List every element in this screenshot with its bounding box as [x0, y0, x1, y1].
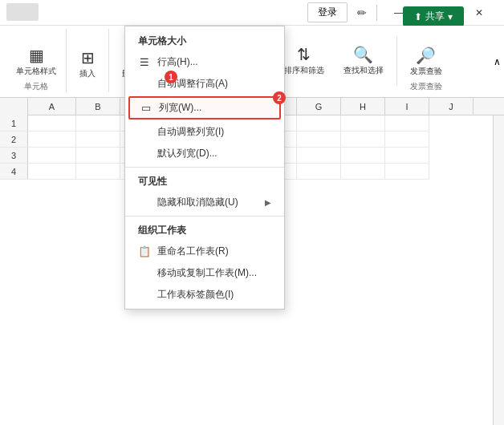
rename-sheet-icon: 📋 — [138, 245, 151, 258]
col-header-a[interactable]: A — [28, 98, 76, 115]
pen-icon-button[interactable]: ✏ — [351, 2, 373, 24]
sort-icon: ⇅ — [297, 45, 311, 64]
find-select-button[interactable]: 🔍 查找和选择 — [339, 42, 388, 79]
default-col-width-label: 默认列宽(D)... — [157, 147, 217, 160]
badge-1: 1 — [165, 71, 177, 83]
cell-i4[interactable] — [385, 164, 429, 180]
visibility-section-title: 可见性 — [125, 170, 284, 192]
submenu-arrow: ▶ — [265, 198, 271, 207]
auto-col-width-icon — [138, 126, 151, 139]
row-num-4: 4 — [0, 164, 28, 180]
auto-col-width-menu-item[interactable]: 自动调整列宽(I) — [125, 121, 284, 143]
insert-button[interactable]: ⊞ 插入 — [71, 46, 104, 82]
ribbon-collapse-btn[interactable]: ∧ — [494, 56, 501, 67]
share-label: 共享 — [425, 10, 445, 23]
col-header-i[interactable]: I — [385, 98, 429, 115]
tab-color-icon — [138, 289, 151, 302]
share-area: ⬆ 共享 ▾ — [403, 6, 464, 26]
col-width-label: 列宽(W)... — [159, 101, 201, 115]
invoice-group-label: 发票查验 — [410, 81, 442, 92]
cell-size-section-title: 单元格大小 — [125, 30, 284, 51]
hide-unhide-menu-item[interactable]: 隐藏和取消隐藏(U) ▶ — [125, 192, 284, 213]
hide-unhide-label: 隐藏和取消隐藏(U) — [157, 196, 238, 209]
cell-g4[interactable] — [297, 164, 341, 180]
col-header-h[interactable]: H — [341, 98, 385, 115]
cell-a2[interactable] — [28, 132, 76, 148]
invoice-icon: 🔎 — [416, 46, 436, 65]
badge-2: 2 — [273, 91, 286, 104]
row-height-label: 行高(H)... — [157, 55, 198, 69]
cell-g1[interactable] — [297, 115, 341, 132]
auto-row-height-icon — [138, 78, 151, 91]
cell-b3[interactable] — [76, 148, 120, 164]
cell-b1[interactable] — [76, 115, 120, 132]
ribbon-group-cell: ▦ 单元格样式 单元格 — [6, 29, 67, 92]
col-header-g[interactable]: G — [297, 98, 341, 115]
share-arrow: ▾ — [448, 11, 453, 22]
cell-h4[interactable] — [341, 164, 385, 180]
insert-label: 插入 — [79, 68, 96, 79]
invoice-label: 发票查验 — [410, 66, 442, 77]
tab-color-menu-item[interactable]: 工作表标签颜色(I) — [125, 284, 284, 306]
cell-style-icon: ▦ — [29, 46, 44, 65]
sort-filter-button[interactable]: ⇅ 排序和筛选 — [279, 42, 329, 79]
insert-icon: ⊞ — [81, 48, 95, 67]
auto-row-height-menu-item[interactable]: 自动调整行高(A) — [125, 73, 284, 95]
rename-sheet-menu-item[interactable]: 📋 重命名工作表(R) — [125, 241, 284, 262]
cell-a3[interactable] — [28, 148, 76, 164]
cell-b4[interactable] — [76, 164, 120, 180]
menu-divider-1 — [125, 167, 284, 168]
row-num-header — [0, 98, 28, 115]
ribbon-sep-3 — [396, 37, 397, 85]
cell-i1[interactable] — [385, 115, 429, 132]
sort-label: 排序和筛选 — [284, 65, 324, 76]
share-icon: ⬆ — [414, 11, 422, 22]
cell-b2[interactable] — [76, 132, 120, 148]
auto-col-width-label: 自动调整列宽(I) — [157, 125, 224, 139]
move-copy-sheet-menu-item[interactable]: 移动或复制工作表(M)... — [125, 262, 284, 284]
default-col-width-icon — [138, 148, 151, 160]
col-header-b[interactable]: B — [76, 98, 120, 115]
cell-h3[interactable] — [341, 148, 385, 164]
organize-section-title: 组织工作表 — [125, 219, 284, 241]
cell-h1[interactable] — [341, 115, 385, 132]
cell-group-label: 单元格 — [24, 81, 48, 92]
insert-group-label — [87, 83, 89, 92]
ribbon-group-insert: ⊞ 插入 — [67, 29, 109, 92]
row-height-menu-item[interactable]: ☰ 行高(H)... — [125, 51, 284, 73]
cell-style-label: 单元格样式 — [16, 66, 56, 77]
ribbon-group-invoice: 🔎 发票查验 发票查验 — [400, 29, 452, 92]
find-icon: 🔍 — [353, 45, 373, 64]
vertical-scrollbar[interactable] — [493, 115, 504, 425]
close-button[interactable]: ✕ — [461, 0, 498, 26]
cell-i3[interactable] — [385, 148, 429, 164]
collapse-icon: ∧ — [494, 56, 501, 67]
cell-a4[interactable] — [28, 164, 76, 180]
cell-g2[interactable] — [297, 132, 341, 148]
row-num-2: 2 — [0, 132, 28, 148]
col-width-icon: ▭ — [140, 102, 152, 115]
menu-divider-2 — [125, 216, 284, 217]
format-dropdown-menu: 单元格大小 ☰ 行高(H)... 自动调整行高(A) ▭ 列宽(W)... 2 … — [124, 26, 285, 310]
cell-a1[interactable] — [28, 115, 76, 132]
ribbon-group-find: 🔍 查找和选择 — [334, 29, 393, 92]
col-width-menu-item[interactable]: ▭ 列宽(W)... 2 — [128, 96, 281, 119]
share-button[interactable]: ⬆ 共享 ▾ — [403, 6, 464, 26]
row-num-3: 3 — [0, 148, 28, 164]
invoice-button[interactable]: 🔎 发票查验 — [405, 43, 447, 79]
cell-style-button[interactable]: ▦ 单元格样式 — [11, 43, 61, 79]
rename-sheet-label: 重命名工作表(R) — [157, 245, 229, 258]
file-icon — [6, 3, 39, 21]
default-col-width-menu-item[interactable]: 默认列宽(D)... — [125, 143, 284, 164]
login-button[interactable]: 登录 — [307, 2, 348, 22]
move-copy-icon — [138, 267, 151, 280]
cell-h2[interactable] — [341, 132, 385, 148]
row-num-1: 1 — [0, 115, 28, 132]
row-height-icon: ☰ — [138, 56, 151, 69]
tab-color-label: 工作表标签颜色(I) — [157, 288, 234, 302]
col-header-j[interactable]: J — [429, 98, 474, 115]
hide-unhide-icon — [138, 196, 151, 209]
find-label: 查找和选择 — [343, 65, 384, 76]
cell-g3[interactable] — [297, 148, 341, 164]
cell-i2[interactable] — [385, 132, 429, 148]
